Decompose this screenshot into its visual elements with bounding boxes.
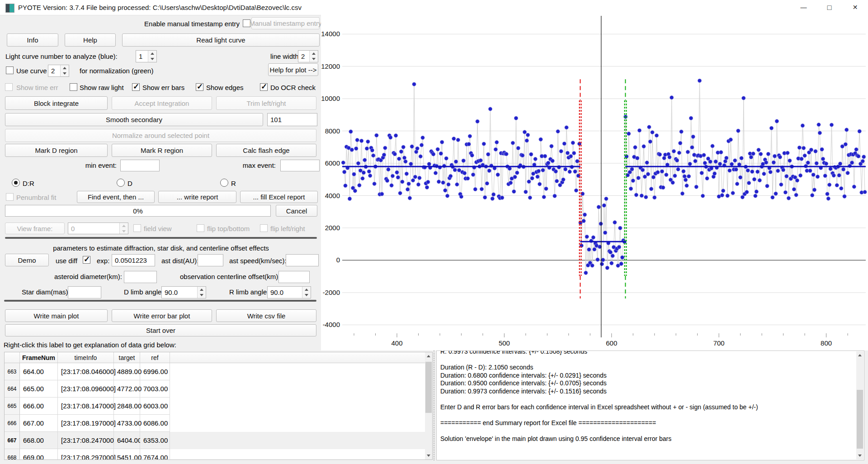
column-header-timeInfo[interactable]: timeInfo bbox=[58, 352, 114, 363]
d-limb-angle-spinner[interactable]: 90.0 bbox=[161, 286, 206, 298]
panel-splitter[interactable] bbox=[434, 350, 436, 460]
write-report-button[interactable]: ... write report bbox=[158, 191, 236, 203]
asteroid-diameter-field[interactable] bbox=[124, 271, 157, 283]
do-ocr-check-checkbox[interactable]: ✓ bbox=[260, 83, 268, 91]
accept-integration-button[interactable]: Accept Integration bbox=[112, 96, 212, 110]
table-scrollbar-thumb[interactable] bbox=[425, 362, 432, 413]
table-scrollbar[interactable] bbox=[425, 352, 432, 459]
column-header-ref[interactable]: ref bbox=[140, 352, 170, 363]
spinner-arrows[interactable] bbox=[148, 51, 156, 62]
read-light-curve-button[interactable]: Read light curve bbox=[122, 33, 320, 47]
flip-left-right-checkbox[interactable] bbox=[260, 224, 268, 232]
close-button[interactable]: ✕ bbox=[842, 0, 868, 15]
cancel-button[interactable]: Cancel bbox=[276, 205, 317, 217]
r-limb-angle-spinner[interactable]: 90.0 bbox=[267, 286, 311, 298]
spin-down-icon[interactable] bbox=[305, 294, 308, 296]
r-radio[interactable] bbox=[220, 179, 228, 187]
column-header-FrameNum[interactable]: FrameNum bbox=[20, 352, 58, 363]
info-button[interactable]: Info bbox=[7, 33, 58, 47]
spin-up-icon[interactable] bbox=[122, 225, 126, 227]
ast-speed-field[interactable] bbox=[286, 254, 319, 266]
report-log[interactable]: R: 0.9973 confidence intervals: {+/- 0.1… bbox=[436, 350, 864, 460]
normalize-button[interactable]: Normalize around selected point bbox=[5, 129, 316, 142]
block-integrate-button[interactable]: Block integrate bbox=[5, 96, 108, 110]
find-event-button[interactable]: Find event, then ... bbox=[77, 191, 155, 203]
spinner-arrows[interactable] bbox=[309, 51, 318, 62]
write-csv-file-button[interactable]: Write csv file bbox=[216, 309, 316, 322]
write-main-plot-button[interactable]: Write main plot bbox=[5, 309, 108, 322]
smooth-secondary-field[interactable]: 101 bbox=[267, 113, 317, 126]
help-button[interactable]: Help bbox=[65, 33, 116, 47]
dr-radio[interactable] bbox=[12, 179, 20, 187]
minimize-button[interactable]: — bbox=[791, 0, 816, 15]
manual-timestamp-entry-button[interactable]: Manual timestamp entry bbox=[251, 17, 320, 29]
table-row[interactable]: 668669.00[23:17:08.297000]5451.007674.00 bbox=[5, 449, 432, 460]
light-curve-number-spinner[interactable]: 1 bbox=[136, 50, 157, 62]
ast-dist-field[interactable] bbox=[198, 254, 223, 266]
help-for-plot-button[interactable]: Help for plot --> bbox=[268, 63, 318, 76]
table-row[interactable]: 664665.00[23:17:08.096000]4772.007003.00 bbox=[5, 380, 432, 398]
max-event-field[interactable] bbox=[280, 160, 320, 171]
table-row[interactable]: 663664.00[23:17:08.046000]4889.006996.00 bbox=[5, 363, 432, 380]
spinner-arrows[interactable] bbox=[302, 287, 311, 298]
log-scrollbar-thumb[interactable] bbox=[857, 390, 863, 449]
spin-down-icon[interactable] bbox=[122, 230, 126, 232]
use-curve-spinner[interactable]: 2 bbox=[48, 65, 69, 77]
show-edges-checkbox[interactable]: ✓ bbox=[196, 83, 203, 91]
spin-up-icon[interactable] bbox=[305, 289, 308, 291]
show-raw-light-checkbox[interactable] bbox=[70, 83, 77, 91]
spin-down-icon[interactable] bbox=[151, 58, 154, 60]
flip-top-bottom-checkbox[interactable] bbox=[197, 224, 204, 232]
table-row[interactable]: 666667.00[23:17:08.197000]4733.006086.00 bbox=[5, 415, 432, 432]
spin-down-icon[interactable] bbox=[312, 58, 316, 60]
spin-up-icon[interactable] bbox=[312, 52, 316, 55]
view-frame-spinner[interactable]: 0 bbox=[68, 223, 128, 234]
view-frame-button[interactable]: View frame: bbox=[5, 223, 65, 234]
spin-down-icon[interactable] bbox=[200, 294, 203, 296]
mark-r-region-button[interactable]: Mark R region bbox=[112, 144, 212, 157]
scroll-down-icon[interactable] bbox=[425, 452, 432, 459]
field-view-checkbox[interactable] bbox=[133, 224, 141, 232]
spin-up-icon[interactable] bbox=[151, 52, 154, 55]
scroll-down-icon[interactable] bbox=[856, 452, 863, 459]
demo-button[interactable]: Demo bbox=[5, 254, 49, 266]
smooth-secondary-button[interactable]: Smooth secondary bbox=[5, 113, 263, 126]
spin-down-icon[interactable] bbox=[63, 72, 66, 75]
table-row[interactable]: 665666.00[23:17:08.147000]2848.006003.00 bbox=[5, 398, 432, 415]
show-time-err-checkbox[interactable] bbox=[5, 83, 13, 91]
line-width-spinner[interactable]: 2 bbox=[298, 50, 318, 62]
use-diff-checkbox[interactable]: ✓ bbox=[83, 256, 90, 264]
maximize-button[interactable]: □ bbox=[816, 0, 842, 15]
log-line: Solution 'envelope' in the main plot dra… bbox=[440, 435, 864, 443]
penumbral-fit-checkbox[interactable] bbox=[6, 193, 14, 201]
obs-centerline-offset-field[interactable] bbox=[278, 271, 310, 283]
write-error-bar-plot-button[interactable]: Write error bar plot bbox=[112, 309, 212, 322]
data-grid[interactable]: FrameNumtimeInfotargetref 663664.00[23:1… bbox=[4, 352, 433, 460]
use-curve-checkbox[interactable] bbox=[6, 66, 14, 74]
scroll-up-icon[interactable] bbox=[856, 351, 863, 359]
exp-field[interactable]: 0.0501223 bbox=[112, 254, 155, 266]
star-diam-field[interactable] bbox=[68, 286, 101, 298]
spinner-arrows[interactable] bbox=[60, 65, 69, 76]
spin-up-icon[interactable] bbox=[63, 67, 66, 69]
column-header-target[interactable]: target bbox=[114, 352, 140, 363]
trim-left-right-button[interactable]: Trim left/right bbox=[216, 96, 316, 110]
log-scrollbar[interactable] bbox=[856, 351, 863, 459]
fill-excel-report-button[interactable]: ... fill Excel report bbox=[240, 191, 318, 203]
show-err-bars-checkbox[interactable]: ✓ bbox=[132, 83, 140, 91]
scroll-up-icon[interactable] bbox=[425, 352, 432, 360]
light-curve-number-value: 1 bbox=[139, 51, 142, 62]
time-cell: [23:17:08.046000] bbox=[58, 363, 114, 380]
light-curve-plot[interactable]: -4000-2000020004000600080001000012000140… bbox=[321, 15, 868, 350]
spin-up-icon[interactable] bbox=[200, 289, 203, 291]
min-event-field[interactable] bbox=[120, 160, 160, 171]
calc-flash-edge-button[interactable]: Calc flash edge bbox=[216, 144, 316, 157]
obs-centerline-offset-label: observation centerline offset(km): bbox=[180, 273, 277, 280]
spinner-arrows[interactable] bbox=[197, 287, 206, 298]
start-over-button[interactable]: Start over bbox=[5, 324, 316, 336]
mark-d-region-button[interactable]: Mark D region bbox=[5, 144, 108, 157]
data-grid-help-label[interactable]: Right-click this label to get explanatio… bbox=[4, 341, 176, 349]
spinner-arrows[interactable] bbox=[119, 223, 128, 234]
table-row[interactable]: 667668.00[23:17:08.247000]6404.006353.00 bbox=[5, 432, 432, 449]
d-radio[interactable] bbox=[117, 179, 125, 187]
